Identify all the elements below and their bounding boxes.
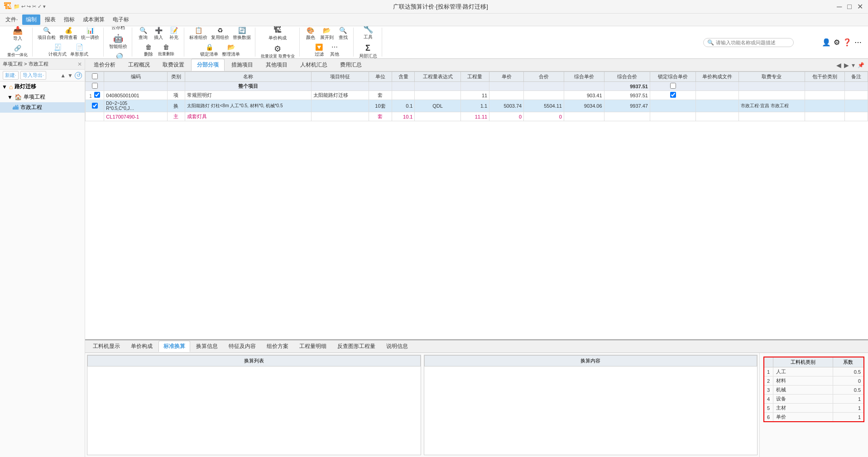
tab-notes[interactable]: 说明信息 (381, 341, 413, 352)
sub-checkbox[interactable] (92, 103, 98, 109)
coeff-value-3[interactable]: 0.5 (833, 386, 864, 395)
ribbon-btn-selfcheck[interactable]: 🔍 项目自检 (36, 26, 57, 41)
ribbon-btn-unify[interactable]: 📊 统一调价 (80, 26, 101, 41)
ribbon-btn-filter[interactable]: 🔽 过滤 (312, 43, 326, 58)
sidebar-item-root[interactable]: ▼ ⌂ 路灯迁移 (0, 81, 85, 92)
tab-others[interactable]: 其他项目 (260, 59, 293, 71)
tab-labor-material[interactable]: 人材机汇总 (294, 59, 333, 71)
tab-qty-detail[interactable]: 工程量明细 (294, 341, 331, 352)
row1-feature: 太阳能路灯迁移 (312, 91, 369, 100)
ribbon-btn-expand[interactable]: 📂 展开到 (319, 26, 335, 41)
child-name: 成套灯具 (185, 112, 312, 121)
ribbon-btn-lock[interactable]: 🔒 锁定清单 (199, 43, 220, 58)
tab-unit-price-comp[interactable]: 单价构成 (126, 341, 158, 352)
child-price: 0 (489, 112, 524, 121)
tab-fee-summary[interactable]: 费用汇总 (334, 59, 368, 71)
tab-convert-info[interactable]: 换算信息 (191, 341, 223, 352)
tab-arrow-left[interactable]: ◀ (835, 62, 842, 69)
ribbon-btn-batch-fee[interactable]: ⚙ 批量设置 取费专业 (259, 44, 297, 59)
ribbon-btn-batch-delete[interactable]: 🗑 批量删除 (157, 43, 176, 58)
ribbon-group-cloud: ☁ 云存档 🤖 智能组价 🔎 云检查 (105, 28, 132, 57)
sidebar-refresh-btn[interactable]: ↺ (75, 72, 82, 79)
tab-features[interactable]: 特征及内容 (224, 341, 261, 352)
sidebar-new-btn[interactable]: 新建· (3, 71, 19, 80)
ribbon-btn-smartprice[interactable]: 🤖 智能组价 (107, 33, 129, 51)
sub-unit-price: 9034.06 (564, 100, 604, 112)
help-icon[interactable]: ❓ (843, 38, 852, 47)
ribbon-btn-query[interactable]: 🔍 查询 (136, 26, 150, 41)
menu-report[interactable]: 报表 (41, 14, 59, 25)
more-icon[interactable]: ⋯ (854, 38, 862, 47)
ribbon-btn-import[interactable]: 📥 导入 (10, 26, 26, 43)
tab-standard-convert[interactable]: 标准换算 (158, 341, 190, 352)
sidebar-nav-down[interactable]: ▼ (67, 72, 73, 79)
ribbon-btn-replace-data[interactable]: 🔄 替换数据 (231, 26, 252, 41)
tab-cost-analysis[interactable]: 造价分析 (88, 59, 121, 71)
partial-sum-icon: Σ (365, 44, 370, 52)
ribbon-search-box[interactable]: 🔍 (703, 38, 794, 47)
sidebar-close-btn[interactable]: ✕ (77, 61, 82, 67)
ribbon-btn-standard-price[interactable]: 📋 标准组价 (188, 26, 209, 41)
ribbon-btn-unit-comp[interactable]: 🏗 单价构成 (267, 26, 288, 42)
settings-icon[interactable]: ⚙ (834, 38, 840, 47)
tab-price-scheme[interactable]: 组价方案 (262, 341, 293, 352)
sub-feature (312, 100, 369, 112)
close-button[interactable]: ✕ (856, 2, 864, 11)
restore-button[interactable]: □ (846, 3, 853, 11)
coeff-value-6[interactable]: 1 (833, 413, 864, 422)
whole-fixed-checkbox[interactable] (670, 83, 676, 89)
tab-measures[interactable]: 措施项目 (225, 59, 259, 71)
sidebar-import-btn[interactable]: 导入导出· (20, 71, 46, 80)
ribbon-btn-fee-view[interactable]: 💰 费用查看 (58, 26, 79, 41)
th-price: 单价 (489, 72, 524, 82)
ribbon-group-view: 🎨 颜色 📂 展开到 🔍 查找 🔽 过滤 ⋯ 其他 (301, 28, 354, 57)
ribbon-search-input[interactable] (716, 40, 790, 45)
tab-menu-btn[interactable]: ▾ (851, 62, 856, 69)
ribbon-btn-find[interactable]: 🔍 查找 (336, 26, 350, 41)
ribbon-btn-integrated[interactable]: 🔗 量价一体化 (5, 44, 29, 59)
tab-reverse-qty[interactable]: 反查图形工程量 (332, 341, 380, 352)
ribbon-btn-delete[interactable]: 🗑 删除 (141, 43, 156, 58)
ribbon-group-project: 🔍 项目自检 💰 费用查看 📊 统一调价 🧾 计税方式 📄 单形形式 (34, 28, 104, 57)
coeff-row-4: 4 设备 1 (764, 395, 864, 404)
ribbon-btn-insert[interactable]: ➕ 插入 (151, 26, 166, 41)
tab-arrow-right[interactable]: ▶ (843, 62, 850, 69)
tab-overview[interactable]: 工程概况 (122, 59, 156, 71)
sidebar-item-single[interactable]: ▼ 🏠 单项工程 (0, 92, 85, 102)
menu-edit[interactable]: 编制 (22, 14, 40, 25)
ribbon-btn-cloudsave[interactable]: ☁ 云存档 (110, 26, 127, 32)
ribbon-btn-other[interactable]: ⋯ 其他 (327, 43, 342, 58)
sidebar-item-city[interactable]: 🏙 市政工程 (0, 102, 85, 113)
minimize-button[interactable]: ─ (835, 3, 843, 11)
tab-labor-material-display[interactable]: 工料机显示 (88, 341, 125, 352)
th-fee: 取费专业 (739, 72, 805, 82)
ribbon-btn-tools[interactable]: 🔧 工具 (360, 26, 376, 41)
ribbon-btn-organize[interactable]: 📂 整理清单 (221, 43, 241, 58)
coeff-value-2[interactable]: 0 (833, 376, 864, 386)
ribbon-btn-form[interactable]: 📄 单形形式 (69, 43, 90, 58)
ribbon-btn-reuse-price[interactable]: ♻ 复用组价 (210, 26, 230, 41)
menu-indicator[interactable]: 指标 (60, 14, 78, 25)
whole-checkbox[interactable] (92, 83, 98, 89)
ribbon-btn-cloudcheck[interactable]: 🔎 云检查 (110, 52, 127, 59)
select-all-checkbox[interactable] (92, 73, 98, 79)
coeff-value-5[interactable]: 1 (833, 404, 864, 413)
row1-checkbox[interactable] (94, 92, 100, 98)
menu-cost[interactable]: 成本测算 (79, 14, 108, 25)
menu-file[interactable]: 文件· (2, 14, 21, 25)
ribbon-btn-partial-sum[interactable]: Σ 局部汇总 (357, 43, 379, 59)
coeff-value-1[interactable]: 0.5 (833, 367, 864, 376)
ribbon-btn-tax[interactable]: 🧾 计税方式 (47, 43, 68, 58)
ribbon-btn-color[interactable]: 🎨 颜色 (303, 26, 318, 41)
tab-pin-btn[interactable]: 📌 (857, 62, 865, 68)
tab-segments[interactable]: 分部分项 (191, 59, 225, 71)
row1-fixed-checkbox[interactable] (670, 92, 676, 98)
coeff-value-4[interactable]: 1 (833, 395, 864, 404)
tab-fee-setup[interactable]: 取费设置 (157, 59, 190, 71)
menu-ebid[interactable]: 电子标 (109, 14, 133, 25)
sidebar-nav-up[interactable]: ▲ (60, 72, 66, 79)
data-table-container[interactable]: 编码 类别 名称 项目特征 单位 含量 工程量表达式 工程量 单价 合价 综合单… (85, 71, 868, 339)
ribbon-btn-supplement[interactable]: 📝 补充 (167, 26, 181, 41)
user-icon[interactable]: 👤 (822, 38, 831, 47)
child-qty: 11.11 (460, 112, 489, 121)
